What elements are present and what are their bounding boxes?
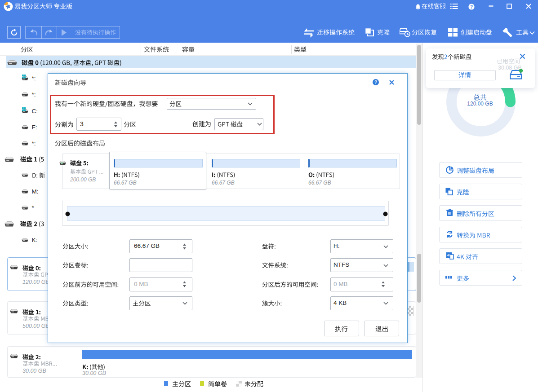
svg-text:?: ? — [374, 80, 377, 85]
svg-text:?: ? — [470, 4, 473, 9]
